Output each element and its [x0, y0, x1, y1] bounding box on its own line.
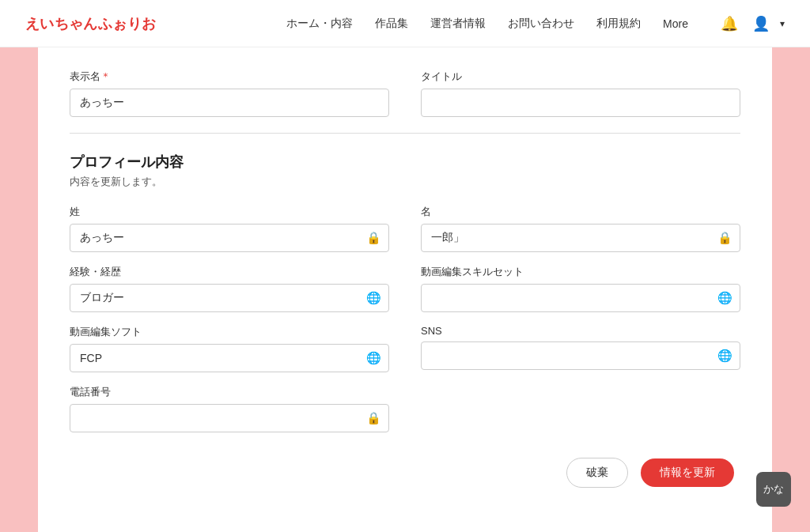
- software-sns-row: 動画編集ソフト 🌐 SNS 🌐: [70, 325, 740, 372]
- phone-field: 電話番号 🔒: [70, 385, 389, 432]
- main-content: 表示名＊ タイトル プロフィール内容 内容を更新します。 姓: [38, 47, 772, 532]
- experience-row: 経験・経歴 🌐 動画編集スキルセット 🌐: [70, 265, 740, 312]
- main-nav: ホーム・内容 作品集 運営者情報 お問い合わせ 利用規約 More 🔔 👤 ▾: [286, 11, 785, 36]
- nav-item-home[interactable]: ホーム・内容: [286, 17, 353, 31]
- first-name-field: 名 🔒: [421, 205, 740, 252]
- experience-label: 経験・経歴: [70, 265, 389, 279]
- experience-input-wrapper: 🌐: [70, 284, 389, 312]
- nav-item-works[interactable]: 作品集: [375, 17, 408, 31]
- phone-input-wrapper: 🔒: [70, 404, 389, 432]
- video-skill-input[interactable]: [421, 284, 740, 312]
- sns-input[interactable]: [421, 341, 740, 370]
- display-name-field: 表示名＊: [70, 70, 389, 117]
- section-subtitle: 内容を更新します。: [70, 175, 740, 189]
- video-skill-input-wrapper: 🌐: [421, 284, 740, 312]
- sns-label: SNS: [421, 325, 740, 337]
- phone-placeholder-field: [421, 385, 740, 432]
- update-button[interactable]: 情報を更新: [641, 458, 734, 487]
- experience-input[interactable]: [70, 284, 389, 312]
- nav-item-about[interactable]: 運営者情報: [430, 17, 486, 31]
- required-indicator: ＊: [100, 70, 111, 82]
- phone-row: 電話番号 🔒: [70, 385, 740, 432]
- name-row: 姓 🔒 名 🔒: [70, 205, 740, 252]
- title-field: タイトル: [421, 70, 740, 117]
- video-software-input-wrapper: 🌐: [70, 344, 389, 372]
- section-title: プロフィール内容: [70, 153, 740, 172]
- first-name-input[interactable]: [421, 224, 740, 252]
- first-name-label: 名: [421, 205, 740, 219]
- video-software-input[interactable]: [70, 344, 389, 372]
- user-icon[interactable]: 👤: [748, 11, 774, 36]
- video-software-label: 動画編集ソフト: [70, 325, 389, 339]
- video-software-field: 動画編集ソフト 🌐: [70, 325, 389, 372]
- title-input-wrapper: [421, 89, 740, 117]
- nav-item-terms[interactable]: 利用規約: [596, 17, 641, 31]
- header: えいちゃんふぉりお ホーム・内容 作品集 運営者情報 お問い合わせ 利用規約 M…: [0, 0, 810, 47]
- last-name-input-wrapper: 🔒: [70, 224, 389, 252]
- page-wrapper: 表示名＊ タイトル プロフィール内容 内容を更新します。 姓: [0, 47, 810, 532]
- display-name-input-wrapper: [70, 89, 389, 117]
- kana-button[interactable]: かな: [756, 472, 791, 507]
- display-name-title-row: 表示名＊ タイトル: [70, 70, 740, 117]
- section-divider: [70, 133, 740, 134]
- nav-item-contact[interactable]: お問い合わせ: [508, 17, 574, 31]
- video-skill-label: 動画編集スキルセット: [421, 265, 740, 279]
- last-name-field: 姓 🔒: [70, 205, 389, 252]
- right-sidebar-pink: [772, 47, 810, 532]
- nav-item-more[interactable]: More: [663, 17, 688, 30]
- notification-icon[interactable]: 🔔: [717, 11, 742, 36]
- sns-input-wrapper: 🌐: [421, 341, 740, 370]
- logo[interactable]: えいちゃんふぉりお: [25, 14, 156, 33]
- title-label: タイトル: [421, 70, 740, 84]
- last-name-label: 姓: [70, 205, 389, 219]
- display-name-label: 表示名＊: [70, 70, 389, 84]
- display-name-input[interactable]: [70, 89, 389, 117]
- last-name-input[interactable]: [70, 224, 389, 252]
- experience-field: 経験・経歴 🌐: [70, 265, 389, 312]
- sns-field: SNS 🌐: [421, 325, 740, 372]
- discard-button[interactable]: 破棄: [566, 458, 628, 488]
- left-sidebar-pink: [0, 47, 38, 532]
- video-skill-field: 動画編集スキルセット 🌐: [421, 265, 740, 312]
- phone-label: 電話番号: [70, 385, 389, 399]
- first-name-input-wrapper: 🔒: [421, 224, 740, 252]
- nav-icons: 🔔 👤 ▾: [717, 11, 785, 36]
- title-input[interactable]: [421, 89, 740, 117]
- action-bar: 破棄 情報を更新: [70, 458, 740, 488]
- chevron-down-icon[interactable]: ▾: [780, 18, 785, 29]
- phone-input[interactable]: [70, 404, 389, 432]
